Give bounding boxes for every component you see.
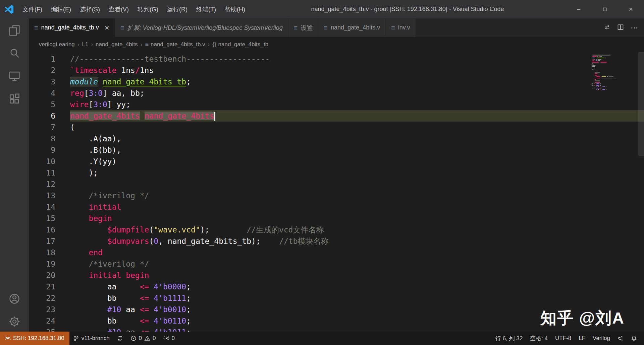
account-icon[interactable]	[8, 292, 21, 305]
notifications-bell-icon[interactable]	[627, 332, 641, 345]
code-line[interactable]: 1//--------------testbench--------------…	[29, 53, 644, 65]
git-branch[interactable]: v11-branch	[69, 332, 113, 345]
code-line[interactable]: 15 begin	[29, 213, 644, 224]
explorer-icon[interactable]	[8, 24, 21, 37]
code-line[interactable]: 2`timescale 1ns/1ns	[29, 65, 644, 76]
breadcrumb-item[interactable]: L1	[82, 41, 88, 48]
line-number[interactable]: 15	[29, 213, 70, 224]
minimize-button[interactable]	[566, 0, 592, 18]
line-number[interactable]: 6	[29, 110, 70, 122]
line-number[interactable]: 16	[29, 224, 70, 235]
feedback-icon[interactable]	[614, 332, 627, 345]
ports[interactable]: 0	[160, 332, 178, 345]
vertical-scrollbar[interactable]	[638, 52, 644, 156]
line-number[interactable]: 21	[29, 281, 70, 292]
close-tab-icon[interactable]: ×	[105, 24, 109, 32]
code-line[interactable]: 3module nand_gate_4bits_tb;	[29, 76, 644, 87]
line-number[interactable]: 24	[29, 315, 70, 327]
tab[interactable]: ≡nand_gate_4bits.v	[318, 18, 386, 37]
minimap-line	[592, 78, 626, 79]
breadcrumb-item[interactable]: nand_gate_4bits	[96, 41, 138, 48]
code-line[interactable]: 11 );	[29, 167, 644, 179]
sync-button[interactable]	[113, 332, 127, 345]
split-editor-icon[interactable]	[617, 24, 624, 32]
line-number[interactable]: 4	[29, 87, 70, 99]
remote-indicator[interactable]: >< SSH: 192.168.31.80	[0, 332, 69, 345]
line-number[interactable]: 14	[29, 201, 70, 213]
line-number[interactable]: 5	[29, 99, 70, 110]
tab[interactable]: ≡inv.v	[386, 18, 416, 37]
menu-item[interactable]: 帮助(H)	[220, 0, 250, 18]
minimap[interactable]	[592, 55, 626, 90]
eol[interactable]: LF	[575, 332, 589, 345]
code-line[interactable]: 5wire[3:0] yy;	[29, 99, 644, 110]
encoding[interactable]: UTF-8	[551, 332, 575, 345]
line-number[interactable]: 25	[29, 327, 70, 332]
code-line[interactable]: 6nand_gate_4bits nand_gate_4bits	[29, 110, 644, 122]
line-number[interactable]: 17	[29, 235, 70, 247]
breadcrumb-item[interactable]: {}nand_gate_4bits_tb	[212, 41, 268, 48]
indentation[interactable]: 空格: 4	[526, 332, 551, 345]
code-line[interactable]: 12	[29, 179, 644, 190]
line-number[interactable]: 12	[29, 179, 70, 190]
maximize-button[interactable]	[592, 0, 618, 18]
open-changes-icon[interactable]	[604, 24, 610, 32]
code-line[interactable]: 10 .Y(yy)	[29, 156, 644, 167]
vscode-logo-icon[interactable]	[0, 0, 18, 18]
line-number[interactable]: 19	[29, 258, 70, 270]
menu-item[interactable]: 转到(G)	[133, 0, 163, 18]
line-text: reg[3:0] aa, bb;	[70, 87, 644, 99]
code-token: /*iverilog */	[89, 260, 149, 268]
code-line[interactable]: 4reg[3:0] aa, bb;	[29, 87, 644, 99]
menu-item[interactable]: 运行(R)	[163, 0, 192, 18]
line-number[interactable]: 23	[29, 304, 70, 315]
breadcrumb-item[interactable]: verilogLearing	[39, 41, 75, 48]
menu-item[interactable]: 编辑(E)	[47, 0, 75, 18]
breadcrumb-item[interactable]: ≡nand_gate_4bits_tb.v	[145, 41, 205, 48]
line-number[interactable]: 11	[29, 167, 70, 179]
code-line[interactable]: 7(	[29, 122, 644, 133]
minimap-segment	[592, 69, 593, 70]
settings-gear-icon[interactable]	[8, 315, 21, 328]
problems[interactable]: 0 0	[127, 332, 160, 345]
more-actions-icon[interactable]: ⋯	[631, 23, 638, 32]
minimap-segment	[596, 83, 599, 84]
line-number[interactable]: 2	[29, 65, 70, 76]
remote-explorer-icon[interactable]	[8, 69, 21, 83]
line-number[interactable]: 1	[29, 53, 70, 65]
line-number[interactable]: 13	[29, 190, 70, 201]
tab[interactable]: ≡nand_gate_4bits_tb.v×	[29, 18, 115, 37]
code-line[interactable]: 19 /*iverilog */	[29, 258, 644, 270]
line-number[interactable]: 9	[29, 144, 70, 156]
menu-item[interactable]: 查看(V)	[104, 0, 133, 18]
editor[interactable]: 1//--------------testbench--------------…	[29, 52, 644, 332]
tab[interactable]: ≡设置	[288, 18, 319, 37]
minimap-segment	[596, 85, 599, 86]
line-number[interactable]: 20	[29, 270, 70, 281]
line-number[interactable]: 7	[29, 122, 70, 133]
line-number[interactable]: 3	[29, 76, 70, 87]
code-line[interactable]: 21 aa <= 4'b0000;	[29, 281, 644, 292]
language-mode[interactable]: Verilog	[589, 332, 614, 345]
code-line[interactable]: 8 .A(aa),	[29, 133, 644, 144]
code-line[interactable]: 22 bb <= 4'b1111;	[29, 292, 644, 304]
code-line[interactable]: 18 end	[29, 247, 644, 258]
code-line[interactable]: 16 $dumpfile("wave.vcd"); //生成的vcd文件名称	[29, 224, 644, 235]
code-line[interactable]: 20 initial begin	[29, 270, 644, 281]
code-line[interactable]: 13 /*iverilog */	[29, 190, 644, 201]
close-button[interactable]	[618, 0, 644, 18]
line-number[interactable]: 22	[29, 292, 70, 304]
tab[interactable]: ≡扩展: Verilog-HDL/SystemVerilog/Bluespec …	[115, 18, 288, 37]
line-number[interactable]: 18	[29, 247, 70, 258]
menu-item[interactable]: 终端(T)	[192, 0, 220, 18]
menu-item[interactable]: 文件(F)	[18, 0, 47, 18]
code-line[interactable]: 9 .B(bb),	[29, 144, 644, 156]
code-line[interactable]: 14 initial	[29, 201, 644, 213]
line-number[interactable]: 10	[29, 156, 70, 167]
search-icon[interactable]	[8, 47, 21, 60]
cursor-position[interactable]: 行 6, 列 32	[492, 332, 526, 345]
line-number[interactable]: 8	[29, 133, 70, 144]
code-line[interactable]: 17 $dumpvars(0, nand_gate_4bits_tb); //t…	[29, 235, 644, 247]
menu-item[interactable]: 选择(S)	[75, 0, 104, 18]
extensions-icon[interactable]	[8, 92, 21, 106]
